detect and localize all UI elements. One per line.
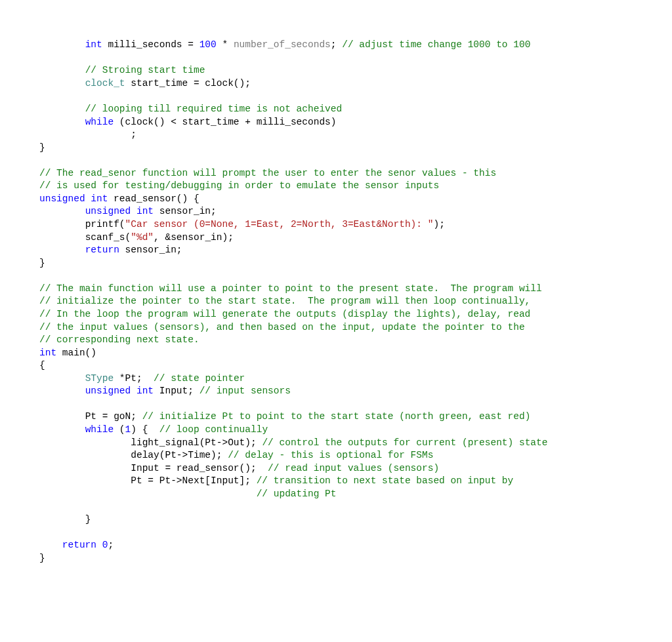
code-line: light_signal(Pt->Out); // control the ou… [39,437,547,448]
code-line: // Stroing start time [39,65,205,75]
code-block: int milli_seconds = 100 * number_of_seco… [39,39,672,565]
code-line: printf("Car sensor (0=None, 1=East, 2=No… [39,219,445,230]
code-line: while (1) { // loop continually [39,424,268,435]
code-line: // is used for testing/debugging in orde… [39,180,439,191]
code-line: delay(Pt->Time); // delay - this is opti… [39,450,433,460]
code-line: // corresponding next state. [39,334,200,345]
code-line: // The read_senor function will prompt t… [39,168,496,178]
code-line: SType *Pt; // state pointer [39,373,245,384]
code-line: } [39,514,91,525]
code-line: unsigned int sensor_in; [39,206,217,216]
code-line: // In the loop the program will generate… [39,309,530,319]
code-line: // the input values (sensors), and then … [39,322,525,332]
code-line: Pt = Pt->Next[Input]; // transition to n… [39,475,513,486]
code-line: } [39,142,45,153]
code-line: scanf_s("%d", &sensor_in); [39,232,234,243]
code-line: // looping till required time is not ach… [39,104,342,114]
code-line: unsigned int Input; // input sensors [39,386,291,396]
code-line: while (clock() < start_time + milli_seco… [39,117,337,127]
code-line: // initialize the pointer to the start s… [39,296,530,306]
code-line: unsigned int read_sensor() { [39,193,200,204]
code-line: // The main function will use a pointer … [39,283,542,294]
code-line: int milli_seconds = 100 * number_of_seco… [39,39,530,50]
code-line: { [39,360,45,371]
code-line: } [39,553,45,563]
code-line: return sensor_in; [39,245,182,255]
code-line: int main() [39,348,96,358]
code-line: clock_t start_time = clock(); [39,78,251,89]
code-line: ; [39,129,136,140]
code-line: // updating Pt [39,489,336,499]
code-line: Input = read_sensor(); // read input val… [39,463,439,473]
code-line: Pt = goN; // initialize Pt to point to t… [39,411,530,422]
code-line: return 0; [39,540,114,550]
code-line: } [39,258,45,268]
